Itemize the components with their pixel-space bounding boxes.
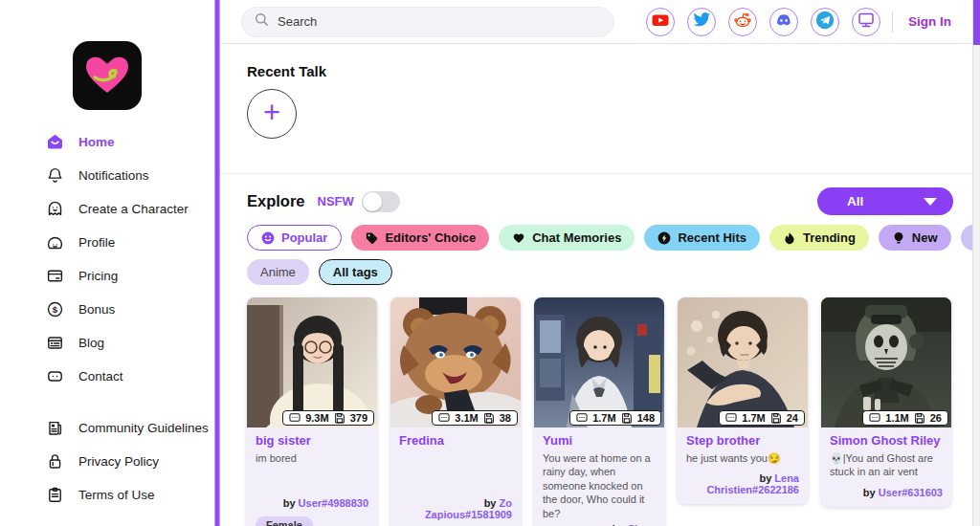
youtube-link[interactable] — [646, 8, 675, 36]
save-count: 38 — [500, 412, 511, 424]
recent-hits-icon — [657, 231, 671, 245]
discord-link[interactable] — [769, 8, 798, 36]
character-image: 1.1M 26 — [821, 297, 951, 427]
chip-new[interactable]: New — [879, 225, 951, 251]
nsfw-toggle[interactable] — [362, 191, 400, 212]
card-title: Simon Ghost Riley — [830, 434, 943, 449]
topbar-divider — [892, 11, 893, 33]
card-body: big sister im bored by User#4988830 Fema… — [247, 427, 377, 526]
sidebar-item-label: Bonus — [78, 302, 115, 317]
sidebar-item-notifications[interactable]: Notifications — [0, 159, 214, 192]
main-content: Sign In Recent Talk + Explore NSFW All — [220, 0, 972, 526]
search-bar[interactable] — [241, 7, 614, 37]
search-icon — [255, 12, 269, 31]
sidebar-item-community-guidelines[interactable]: Community Guidelines — [0, 411, 214, 445]
site-logo[interactable] — [73, 41, 142, 110]
chevron-down-icon — [924, 198, 937, 206]
explore-title: Explore — [247, 192, 305, 210]
card-description: he just wants you😏 — [686, 451, 799, 466]
sidebar-item-home[interactable]: Home — [0, 125, 214, 159]
author-prefix: by — [863, 487, 879, 498]
character-card[interactable]: 1.1M 26 Simon Ghost Riley 💀|You and Ghos… — [821, 297, 951, 507]
chip-label: Anime — [260, 265, 296, 279]
chip-all-tags[interactable]: All tags — [319, 259, 392, 285]
save-count-icon — [770, 412, 782, 424]
chip-label: All tags — [333, 265, 378, 279]
ghost-icon — [46, 200, 64, 218]
author-name[interactable]: User#4988830 — [299, 497, 368, 509]
chip-anime[interactable]: Anime — [247, 259, 309, 285]
author-prefix: by — [484, 497, 500, 509]
author-name[interactable]: Lena Christien#2622186 — [706, 472, 799, 495]
card-body: Step brother he just wants you😏 by Lena … — [678, 427, 808, 504]
sidebar-item-label: Create a Character — [78, 202, 189, 216]
tag-icon — [365, 231, 378, 245]
card-title: big sister — [256, 434, 368, 449]
category-dropdown[interactable]: All — [817, 187, 953, 215]
character-image: 1.7M 24 — [678, 297, 808, 427]
chip-label: New — [912, 230, 938, 245]
card-author: by User#631603 — [830, 479, 943, 498]
tag-chips: Anime All tags — [220, 259, 972, 285]
card-stats: 9.3M 379 — [282, 410, 374, 426]
card-body: Fredina by Zo Zapious#1581909 Non-human — [390, 427, 521, 526]
card-author: by Lena Christien#2622186 — [686, 465, 799, 495]
twitter-icon — [693, 11, 711, 33]
telegram-icon — [814, 10, 835, 34]
sidebar-item-label: Contact — [78, 369, 123, 384]
card-stats: 1.1M 26 — [862, 410, 948, 426]
card-description: You were at home on a rainy day, when so… — [543, 451, 656, 521]
sidebar-item-create-character[interactable]: Create a Character — [0, 192, 214, 226]
chip-chat-memories[interactable]: Chat Memories — [499, 225, 635, 251]
character-image: 3.1M 38 — [390, 297, 521, 427]
blog-icon — [46, 334, 64, 352]
author-name[interactable]: Since — [628, 523, 656, 526]
sidebar-item-blog[interactable]: Blog — [0, 326, 214, 360]
sidebar-item-label: Profile — [78, 235, 115, 250]
author-name[interactable]: Zo Zapious#1581909 — [425, 497, 512, 520]
sidebar-item-label: Community Guidelines — [78, 421, 209, 435]
chip-label: Chat Memories — [532, 230, 621, 245]
card-description: 💀|You and Ghost are stuck in an air vent — [830, 451, 943, 479]
filter-chips: Popular Editors' Choice Chat Memories — [220, 225, 972, 251]
chip-editors-choice[interactable]: Editors' Choice — [351, 225, 489, 251]
sidebar-item-bonus[interactable]: $ Bonus — [0, 293, 214, 326]
explore-header: Explore NSFW All — [220, 187, 972, 215]
character-card[interactable]: 9.3M 379 big sister im bored by User#498… — [247, 297, 377, 526]
recent-talk-title: Recent Talk — [247, 63, 972, 79]
sign-in-button[interactable]: Sign In — [899, 14, 961, 29]
sidebar-item-terms-of-use[interactable]: Terms of Use — [0, 478, 214, 512]
chat-count-icon — [289, 412, 301, 424]
character-image: 1.7M 148 — [534, 297, 664, 427]
bulb-icon — [892, 231, 905, 245]
character-card[interactable]: 3.1M 38 Fredina by Zo Zapious#1581909 — [390, 297, 521, 526]
sidebar-item-privacy-policy[interactable]: Privacy Policy — [0, 445, 214, 478]
display-icon — [857, 11, 876, 33]
chip-trending[interactable]: Trending — [769, 225, 869, 251]
sidebar-item-contact[interactable]: Contact — [0, 360, 214, 393]
twitter-link[interactable] — [687, 8, 716, 36]
search-input[interactable] — [278, 14, 601, 29]
author-prefix: by — [283, 497, 299, 509]
topbar: Sign In — [220, 0, 972, 44]
author-name[interactable]: User#631603 — [879, 487, 943, 498]
sidebar-item-label: Terms of Use — [78, 488, 155, 502]
character-card[interactable]: 1.7M 24 Step brother he just wants you😏 … — [678, 297, 808, 504]
new-chat-button[interactable]: + — [247, 89, 297, 139]
page-scrollbar[interactable] — [972, 0, 980, 526]
chip-label: Recent Hits — [678, 230, 746, 245]
sidebar-item-label: Pricing — [78, 269, 118, 283]
telegram-link[interactable] — [811, 8, 839, 36]
tag-pill[interactable]: Female — [256, 516, 313, 526]
display-link[interactable] — [852, 8, 880, 36]
sidebar-item-pricing[interactable]: Pricing — [0, 259, 214, 293]
chip-recent-hits[interactable]: Recent Hits — [644, 225, 760, 251]
scrollbar-thumb[interactable] — [973, 0, 980, 45]
character-card[interactable]: 1.7M 148 Yumi You were at home on a rain… — [534, 297, 664, 526]
save-count: 148 — [637, 412, 655, 424]
section-divider — [220, 173, 972, 174]
terms-icon — [46, 486, 64, 504]
sidebar-item-profile[interactable]: Profile — [0, 226, 214, 259]
reddit-link[interactable] — [728, 8, 757, 36]
chip-popular[interactable]: Popular — [247, 225, 342, 251]
